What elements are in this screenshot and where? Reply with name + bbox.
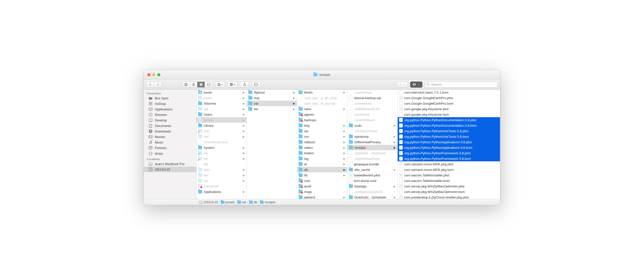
finder-row[interactable]: usr▶ <box>197 178 247 183</box>
privacy-button[interactable]: ⌄ <box>410 82 422 88</box>
fullscreen-icon[interactable] <box>157 73 160 76</box>
finder-row[interactable]: com.google.pkg.Keystone.plist <box>398 106 500 112</box>
titlebar[interactable]: receipts <box>144 70 500 80</box>
search-input[interactable]: Search <box>425 82 498 88</box>
finder-row[interactable]: com.winzip.pkg.WinZipMacOptimizer.bom <box>398 189 500 194</box>
forward-button[interactable] <box>154 82 162 87</box>
finder-row[interactable]: .vol▶ <box>197 134 247 139</box>
finder-row[interactable]: tmp▶ <box>247 95 297 101</box>
share-button[interactable] <box>240 82 249 88</box>
finder-row[interactable]: flexlm▶ <box>297 90 347 95</box>
back-button[interactable] <box>147 82 154 87</box>
sidebar-item[interactable]: Downloads <box>144 128 196 134</box>
sidebar-item[interactable]: Movies <box>144 134 196 140</box>
finder-row[interactable]: var▶ <box>197 150 247 156</box>
finder-row[interactable]: etc▶ <box>247 106 297 112</box>
finder-row[interactable]: System▶ <box>197 145 247 150</box>
finder-row[interactable]: .com_kas…ift_journal <box>297 101 347 106</box>
finder-row[interactable]: org.python.Python.PythonFramework-3.8.pl… <box>398 150 500 156</box>
finder-row[interactable]: rpc▶ <box>297 128 347 134</box>
finder-row[interactable]: org.python.Python.PythonDocumentation-3.… <box>398 123 500 128</box>
sidebar-item[interactable]: Documents <box>144 123 196 128</box>
finder-row[interactable]: com.wacom.TabletInstaller.plist <box>398 172 500 178</box>
finder-row[interactable]: com.wacom.TabletInstaller.bom <box>398 178 500 183</box>
finder-row[interactable]: tmp▶ <box>197 128 247 134</box>
sidebar-item[interactable]: asas's MacBook Pro <box>144 161 196 167</box>
finder-row[interactable]: .com_kas…y_ids_drop <box>297 95 347 101</box>
finder-row[interactable]: dslocal-backup.xar <box>347 95 397 101</box>
finder-row[interactable]: private▶ <box>197 117 247 123</box>
finder-row[interactable]: .file <box>197 161 247 167</box>
finder-row[interactable]: org.python.Python.PythonUnixTools-3.8.pl… <box>398 128 500 134</box>
view-icons-button[interactable] <box>182 82 190 87</box>
finder-row[interactable]: Volumes▶ <box>197 101 247 106</box>
sidebar-item[interactable]: tanya <box>144 151 196 156</box>
finder-row[interactable]: com.winzip.pkg.WinZipMacOptimizer.plist <box>398 183 500 189</box>
finder-row[interactable]: loadedkextmt.plist <box>347 172 397 178</box>
sidebar-item[interactable]: Pictures <box>144 145 196 151</box>
finder-row[interactable]: select▶ <box>297 145 347 150</box>
path-segment[interactable]: receipts <box>260 200 275 204</box>
finder-row[interactable]: rwho▶ <box>297 106 347 112</box>
finder-row[interactable]: org.python.Python.PythonApplications-3.8… <box>398 145 500 150</box>
finder-row[interactable]: org.python.Python.PythonApplications-3.8… <box>398 139 500 145</box>
help-button[interactable]: ?⌄ <box>397 82 408 88</box>
finder-row[interactable]: com.justdevelop.it.ZipCloud.reseller.pkg… <box>398 194 500 199</box>
finder-row[interactable]: db▶ <box>297 167 347 172</box>
finder-row[interactable]: Library▶ <box>197 123 247 128</box>
finder-row[interactable]: .LastGKApp <box>347 90 397 95</box>
finder-row[interactable]: org.python.Python.PythonFramework-3.8.bo… <box>398 156 500 161</box>
finder-row[interactable]: com.google.pkg.Keystone.bom <box>398 112 500 117</box>
finder-row[interactable]: .nuchkfmw <box>347 112 397 117</box>
finder-row[interactable]: DifferentialPrivacy▶ <box>347 139 397 145</box>
finder-row[interactable]: run▶ <box>297 134 347 139</box>
finder-row[interactable]: .AppleDia…etupDone <box>347 150 397 156</box>
path-segment[interactable]: var <box>237 200 246 204</box>
finder-row[interactable]: Applications▶ <box>197 189 247 194</box>
finder-row[interactable]: kcm-dump.uuid <box>347 178 397 183</box>
finder-row[interactable]: receipts▶ <box>347 145 397 150</box>
view-columns-button[interactable] <box>197 82 205 87</box>
finder-row[interactable]: msgs <box>297 189 347 194</box>
finder-row[interactable]: at▶ <box>297 161 347 167</box>
finder-row[interactable]: .fseventsd <box>197 183 247 189</box>
finder-row[interactable]: gkopaque.bundle <box>347 161 397 167</box>
finder-row[interactable]: spindump▶ <box>347 134 397 139</box>
finder-row[interactable]: root <box>297 178 347 183</box>
sidebar-item[interactable]: Desktop <box>144 117 196 123</box>
view-list-button[interactable] <box>190 82 197 87</box>
finder-row[interactable]: org.python.Python.PythonDocumentation-3.… <box>398 117 500 123</box>
finder-row[interactable]: .configureLocalKDC <box>347 189 397 194</box>
finder-row[interactable]: sudo▶ <box>347 123 397 128</box>
finder-row[interactable]: com.xamarin.mono-MDK.pkg.bom <box>398 167 500 172</box>
finder-row[interactable]: etc▶ <box>197 156 247 161</box>
sidebar-item[interactable]: Box Sync <box>144 95 196 101</box>
finder-row[interactable]: lib▶ <box>297 172 347 178</box>
finder-row[interactable]: Users▶ <box>197 112 247 117</box>
tags-button[interactable] <box>252 82 261 88</box>
minimize-icon[interactable] <box>152 73 155 76</box>
finder-row[interactable]: opt▶ <box>197 106 247 112</box>
finder-row[interactable]: sbin▶ <box>197 167 247 172</box>
close-icon[interactable] <box>147 73 150 76</box>
finder-row[interactable]: com.Google.GoogleEarthPro.bom <box>398 101 500 106</box>
finder-row[interactable]: tftpboot▶ <box>247 90 297 95</box>
finder-row[interactable]: tmp▶ <box>297 123 347 128</box>
finder-row[interactable]: folders▶ <box>297 150 347 156</box>
view-gallery-button[interactable] <box>205 82 212 87</box>
finder-row[interactable]: var▶ <box>247 101 297 106</box>
sidebar-item[interactable]: AirDrop <box>144 101 196 106</box>
sidebar-item[interactable]: Recents <box>144 112 196 117</box>
finder-row[interactable]: cores▶ <box>197 95 247 101</box>
finder-row[interactable]: jabberd▶ <box>297 194 347 199</box>
finder-row[interactable]: .omedelif.bv <box>347 101 397 106</box>
finder-row[interactable]: agentx <box>297 112 347 117</box>
finder-row[interactable]: audit <box>297 183 347 189</box>
sidebar-item[interactable]: Music <box>144 140 196 145</box>
finder-row[interactable]: netboot▶ <box>297 139 347 145</box>
finder-row[interactable]: DuetActiv…Scheduler▶ <box>347 194 397 199</box>
finder-row[interactable]: com.Google.GoogleEarthPro.plist <box>398 95 500 101</box>
action-button[interactable]: ▾ <box>227 82 238 88</box>
finder-row[interactable]: log▶ <box>297 156 347 161</box>
path-segment[interactable]: db <box>249 200 257 204</box>
